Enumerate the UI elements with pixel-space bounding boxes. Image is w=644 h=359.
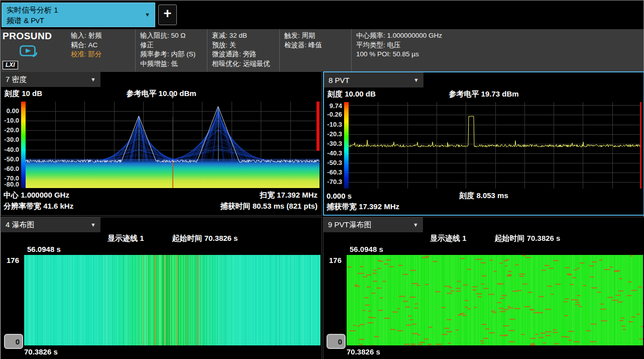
y-axis-tick: -40.0	[4, 146, 19, 153]
panel-waterfall: 4 瀑布图 ▼ 显示迹线 1 起始时间 70.3826 s 56.0948 s …	[1, 217, 322, 359]
pvt-waterfall-title-bar: 9 PVT瀑布图 ▼	[324, 217, 644, 232]
density-view-label: 7 密度	[6, 75, 27, 84]
header-column-3: 衰减: 32 dB预放: 关微波通路: 旁路相噪优化: 远端最优	[207, 29, 279, 71]
pvt-waterfall-scroll-position[interactable]: 0	[327, 334, 346, 349]
pvt-capture-bandwidth-readout: 捕获带宽 17.392 MHz	[327, 202, 399, 212]
analysis-selector-line2: 频谱 & PvT	[7, 15, 58, 26]
status-line: 微波通路: 旁路	[212, 50, 276, 59]
pvt-plot-row: 9.74-0.26-10.3-20.3-30.3-40.3-50.3-60.3-…	[324, 102, 643, 189]
density-plot-row: 0.00-10.0-20.0-30.0-40.0-50.0-60.0-70.0-…	[1, 102, 321, 188]
rbw-readout: 分辨率带宽 41.6 kHz	[4, 202, 73, 211]
y-axis-tick: 9.74	[330, 102, 342, 110]
header-column-5: 中心频率: 1.000000000 GHz平均类型: 电压100 % POI: …	[351, 29, 643, 71]
analysis-selector-text: 实时信号分析 1 频谱 & PvT	[7, 5, 58, 26]
pvt-colorbar	[344, 102, 349, 189]
display-capture-icon[interactable]	[20, 45, 66, 61]
density-ref-level-label: 参考电平 10.00 dBm	[126, 89, 196, 99]
y-axis-tick: -10.3	[327, 121, 342, 128]
status-header: PROSUND LXI 输入: 射频耦合: AC校准: 部分输入阻抗: 50 Ω…	[1, 29, 643, 71]
y-axis-tick: -60.3	[327, 168, 342, 176]
waterfall-view-label: 4 瀑布图	[6, 220, 35, 230]
y-axis-tick: -50.0	[4, 155, 19, 163]
y-axis-tick: -30.3	[327, 140, 342, 147]
status-line: 输入阻抗: 50 Ω	[140, 31, 204, 41]
add-display-button[interactable]: +	[158, 5, 177, 25]
chevron-down-icon: ▼	[413, 222, 418, 228]
status-line: 触发: 周期	[284, 31, 348, 41]
y-axis-tick: -0.26	[327, 111, 342, 118]
density-colorbar	[21, 102, 26, 188]
density-plot-area: ▼	[26, 102, 319, 188]
analysis-selector-dropdown[interactable]: 实时信号分析 1 频谱 & PvT ▼	[2, 3, 155, 27]
waterfall-trace-label: 显示迹线 1	[108, 234, 144, 243]
density-info-row: 刻度 10 dB 参考电平 10.00 dBm	[1, 87, 321, 100]
display-grid: 7 密度 ▼ 刻度 10 dB 参考电平 10.00 dBm 0.00-10.0…	[1, 71, 643, 359]
density-view-dropdown[interactable]: 7 密度 ▼	[1, 72, 100, 87]
y-axis-tick: -80.0	[4, 181, 19, 188]
waterfall-scroll-position[interactable]: 0	[4, 334, 23, 349]
brand-logo: PROSUND	[3, 31, 66, 42]
pvt-trace-plot[interactable]	[349, 102, 641, 189]
density-spectrum-plot[interactable]	[26, 102, 319, 188]
density-title-bar: 7 密度 ▼	[1, 72, 321, 87]
analyzer-screen: 实时信号分析 1 频谱 & PvT ▼ + PROSUND LXI 输入: 射频…	[0, 0, 644, 359]
pvt-view-label: 8 PVT	[329, 76, 350, 84]
density-y-axis: 0.00-10.0-20.0-30.0-40.0-50.0-60.0-70.0-…	[1, 102, 21, 188]
y-axis-tick: -10.0	[4, 117, 19, 124]
status-line: 相噪优化: 远端最优	[212, 59, 276, 69]
pvt-info-row: 刻度 10.00 dB 参考电平 19.73 dBm	[324, 87, 643, 101]
pvt-waterfall-start-time-label: 起始时间 70.3826 s	[495, 234, 561, 243]
pvt-view-dropdown[interactable]: 8 PVT ▼	[324, 72, 423, 87]
center-frequency-readout: 中心 1.000000 GHz	[4, 191, 69, 200]
header-column-4: 触发: 周期检波器: 峰值	[279, 29, 351, 71]
capture-time-readout: 捕获时间 80.53 ms (821 pts)	[221, 202, 317, 211]
chevron-down-icon: ▼	[90, 76, 96, 82]
pvt-waterfall-top-time: 56.0948 s	[324, 245, 644, 255]
panel-pvt-waterfall: 9 PVT瀑布图 ▼ 显示迹线 1 起始时间 70.3826 s 56.0948…	[323, 217, 644, 359]
pvt-waterfall-view-label: 9 PVT瀑布图	[328, 220, 372, 230]
span-readout: 扫宽 17.392 MHz	[260, 191, 317, 200]
status-line: 中心频率: 1.000000000 GHz	[356, 31, 640, 41]
pvt-y-axis: 9.74-0.26-10.3-20.3-30.3-40.3-50.3-60.3-…	[324, 102, 344, 189]
waterfall-bottom-time: 70.3826 s	[1, 345, 321, 357]
y-axis-tick: -40.3	[327, 149, 342, 157]
waterfall-plot-row: 176	[1, 255, 321, 345]
header-column-2: 输入阻抗: 50 Ω修正频率参考: 内部 (S)中频增益: 低	[135, 29, 207, 71]
chevron-down-icon: ▼	[413, 77, 419, 83]
status-line: 检波器: 峰值	[284, 41, 348, 50]
panel-density: 7 密度 ▼ 刻度 10 dB 参考电平 10.00 dBm 0.00-10.0…	[1, 71, 322, 216]
y-axis-tick: -60.0	[4, 165, 19, 172]
red-indicator-line	[640, 102, 641, 189]
status-line: 衰减: 32 dB	[212, 31, 276, 41]
waterfall-view-dropdown[interactable]: 4 瀑布图 ▼	[1, 217, 100, 232]
pvt-title-bar: 8 PVT ▼	[324, 72, 643, 87]
waterfall-spectrogram[interactable]	[24, 255, 320, 345]
waterfall-info-row: 显示迹线 1 起始时间 70.3826 s	[1, 232, 321, 245]
status-line: 校准: 部分	[71, 50, 132, 59]
header-column-1: 输入: 射频耦合: AC校准: 部分	[66, 29, 135, 71]
pvt-ref-level-label: 参考电平 19.73 dBm	[449, 89, 518, 99]
pvt-waterfall-view-dropdown[interactable]: 9 PVT瀑布图 ▼	[324, 217, 423, 232]
status-line: 频率参考: 内部 (S)	[140, 50, 204, 59]
y-axis-tick: -70.3	[327, 178, 342, 186]
trigger-marker-icon[interactable]: ▼	[170, 93, 176, 100]
waterfall-title-bar: 4 瀑布图 ▼	[1, 217, 321, 232]
y-axis-tick: -30.0	[4, 136, 19, 143]
chevron-down-icon: ▼	[90, 222, 96, 228]
status-line: 平均类型: 电压	[356, 41, 640, 50]
pvt-plot-area	[349, 102, 641, 189]
pvt-waterfall-spectrogram[interactable]	[347, 255, 643, 345]
status-line: 预放: 关	[212, 41, 276, 50]
status-line: 100 % POI: 50.85 µs	[356, 50, 640, 59]
status-line: 中频增益: 低	[140, 59, 204, 69]
status-line: 输入: 射频	[71, 31, 132, 41]
waterfall-start-time-label: 起始时间 70.3826 s	[172, 234, 238, 243]
pvt-waterfall-info-row: 显示迹线 1 起始时间 70.3826 s	[324, 232, 644, 245]
y-axis-tick: -20.3	[327, 130, 342, 138]
pvt-waterfall-bottom-time: 70.3826 s	[324, 345, 644, 357]
density-readouts: 中心 1.000000 GHz 扫宽 17.392 MHz 分辨率带宽 41.6…	[1, 190, 321, 212]
pvt-readouts: 0.000 s 刻度 8.053 ms 捕获带宽 17.392 MHz	[324, 190, 643, 212]
pvt-waterfall-trace-label: 显示迹线 1	[430, 234, 467, 243]
status-columns: 输入: 射频耦合: AC校准: 部分输入阻抗: 50 Ω修正频率参考: 内部 (…	[66, 29, 643, 71]
chevron-down-icon: ▼	[145, 11, 150, 19]
